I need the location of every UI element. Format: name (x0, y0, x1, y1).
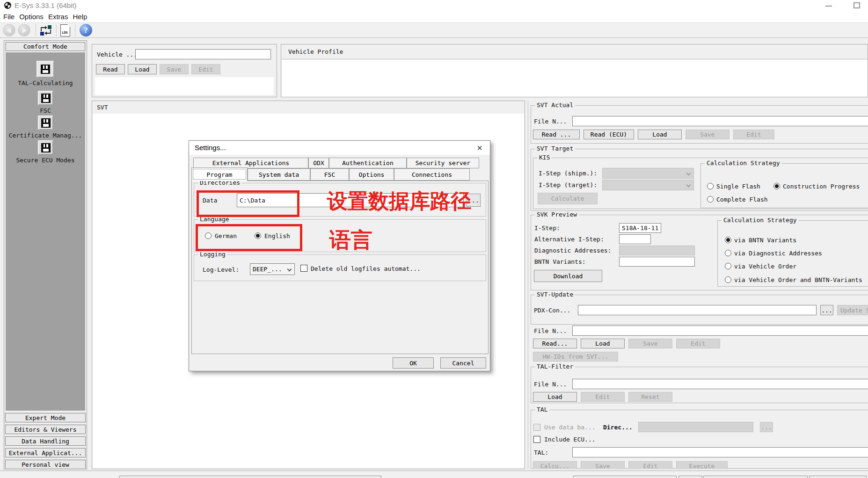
svt-actual-load-button[interactable]: Load (638, 130, 682, 139)
annotation-text-data-path: 设置数据库路径 (327, 188, 471, 215)
svt-update-load-button[interactable]: Load (581, 339, 625, 348)
vehicle-load-button[interactable]: Load (128, 64, 157, 74)
complete-flash-label: Complete Flash (716, 196, 768, 203)
tab-external-applications[interactable]: External Applications (193, 158, 308, 168)
vehicle-panel: Vehicle ... Read Load Save Edit (92, 44, 277, 97)
use-database-checkbox (533, 424, 540, 431)
help-button[interactable]: ? (80, 24, 92, 36)
pdx-container-input[interactable] (578, 305, 817, 315)
tal-label: TAL: (534, 449, 548, 456)
download-button[interactable]: Download (534, 270, 602, 282)
istep-ship-dropdown (602, 168, 694, 179)
tab-authentication[interactable]: Authentication (329, 158, 407, 168)
svt-update-read-button[interactable]: Read... (533, 339, 577, 348)
svt-actual-read-button[interactable]: Read ... (533, 130, 580, 139)
construction-progress-radio[interactable] (773, 183, 780, 189)
logging-legend: Logging (198, 251, 227, 258)
svk-alt-istep-input[interactable] (619, 234, 651, 244)
sidebar-item-tal-calculating[interactable] (36, 61, 54, 78)
via-diagnostic-addresses-label: via Diagnostic Addresses (734, 250, 822, 257)
svk-strategy-legend: Calculation Strategy (722, 217, 799, 224)
istep-ship-label: I-Step (shipm.): (539, 170, 597, 177)
status-cell (703, 476, 808, 478)
status-cell (119, 476, 381, 478)
back-arrow-icon (7, 28, 11, 33)
vehicle-list-area (95, 77, 274, 95)
pdx-container-label: PDX-Con... (534, 307, 570, 314)
via-bntn-variants-radio[interactable] (725, 237, 731, 243)
tab-connections[interactable]: Connections (394, 168, 470, 181)
menu-bar: File Options Extras Help (0, 10, 868, 22)
status-cell (573, 476, 677, 478)
via-diagnostic-addresses-radio[interactable] (725, 250, 731, 256)
status-cell (809, 476, 867, 478)
tab-fsc[interactable]: FSC (310, 168, 349, 181)
cancel-button[interactable]: Cancel (440, 357, 486, 369)
svk-istep-input[interactable] (619, 223, 661, 233)
dialog-title: Settings... (195, 144, 226, 152)
pdx-browse-button[interactable]: ... (820, 305, 833, 315)
vehicle-profile-body (282, 59, 868, 97)
ok-button[interactable]: OK (393, 357, 434, 369)
log-level-value: DEEP_... (253, 266, 282, 273)
svk-alt-istep-label: Alternative I-Step: (534, 236, 604, 243)
hw-ids-from-svt-button: HW-IDs from SVT... (533, 352, 618, 362)
svt-update-file-input[interactable] (572, 326, 868, 336)
vehicle-edit-button: Edit (191, 64, 220, 74)
svt-panel-title: SVT (97, 104, 108, 111)
vehicle-input[interactable] (135, 49, 271, 59)
delete-logfiles-checkbox[interactable] (300, 265, 307, 272)
sidebar-header-comfort-mode[interactable]: Comfort Mode (6, 42, 85, 51)
tab-odx[interactable]: ODX (308, 158, 329, 168)
menu-extras[interactable]: Extras (48, 13, 68, 21)
via-vehicle-order-radio[interactable] (725, 263, 731, 269)
maximize-button[interactable] (849, 0, 865, 10)
directory-label: Direc... (603, 424, 633, 431)
complete-flash-radio[interactable] (707, 196, 714, 203)
vehicle-profile-title: Vehicle Profile (288, 48, 343, 55)
floppy-icon (41, 143, 51, 152)
tab-security-server[interactable]: Security server (407, 158, 479, 168)
back-button[interactable] (3, 24, 15, 36)
tab-system-data[interactable]: System data (248, 168, 310, 181)
log-button[interactable]: LOG (60, 24, 71, 37)
dialog-close-button[interactable]: × (469, 141, 490, 155)
vehicle-read-button[interactable]: Read (96, 64, 125, 74)
sidebar-item-fsc[interactable] (38, 91, 53, 105)
tal-filter-load-button[interactable]: Load (533, 392, 577, 402)
status-bar (0, 471, 868, 478)
svt-target-legend: SVT Target (535, 145, 575, 152)
connection-icon (39, 24, 52, 37)
via-bntn-variants-label: via BNTN Variants (734, 237, 796, 244)
include-ecu-label: Include ECU... (544, 436, 596, 443)
log-level-dropdown[interactable]: DEEP_... (250, 263, 295, 275)
menu-options[interactable]: Options (19, 13, 44, 21)
sidebar-button-personal-view[interactable]: Personal view (5, 460, 86, 469)
menu-help[interactable]: Help (73, 13, 87, 21)
single-flash-radio[interactable] (707, 183, 714, 189)
sidebar-item-secure-ecu-modes[interactable] (38, 140, 53, 155)
sidebar-item-certificate-management[interactable] (38, 116, 53, 130)
svt-actual-read-ecu-button[interactable]: Read (ECU) (584, 130, 634, 139)
sidebar-button-data-handling[interactable]: Data Handling (5, 436, 86, 446)
tal-filter-file-input[interactable] (572, 379, 868, 389)
via-vehicle-order-bntn-radio[interactable] (725, 276, 731, 283)
svk-bntn-input[interactable] (619, 257, 695, 267)
minimize-button[interactable] (821, 0, 837, 10)
via-vehicle-order-bntn-label: via Vehicle Order and BNTN-Variants (734, 276, 862, 283)
tal-legend: TAL (535, 406, 549, 413)
log-level-label: Log-Level: (203, 266, 239, 273)
tal-input[interactable] (572, 447, 868, 457)
forward-button[interactable] (18, 24, 30, 36)
tab-options[interactable]: Options (349, 168, 394, 181)
sidebar-button-external-applications[interactable]: External Applicat... (5, 448, 86, 457)
svt-update-file-label: File N... (534, 327, 567, 334)
menu-file[interactable]: File (3, 13, 15, 21)
sidebar-button-expert-mode[interactable]: Expert Mode (5, 413, 86, 422)
tab-program[interactable]: Program (191, 167, 248, 181)
connection-button[interactable] (39, 24, 52, 37)
sidebar-button-editors-viewers[interactable]: Editors & Viewers (5, 425, 86, 434)
svt-actual-save-button: Save (686, 130, 729, 139)
svt-actual-file-input[interactable] (572, 116, 868, 126)
include-ecu-checkbox[interactable] (533, 436, 540, 443)
